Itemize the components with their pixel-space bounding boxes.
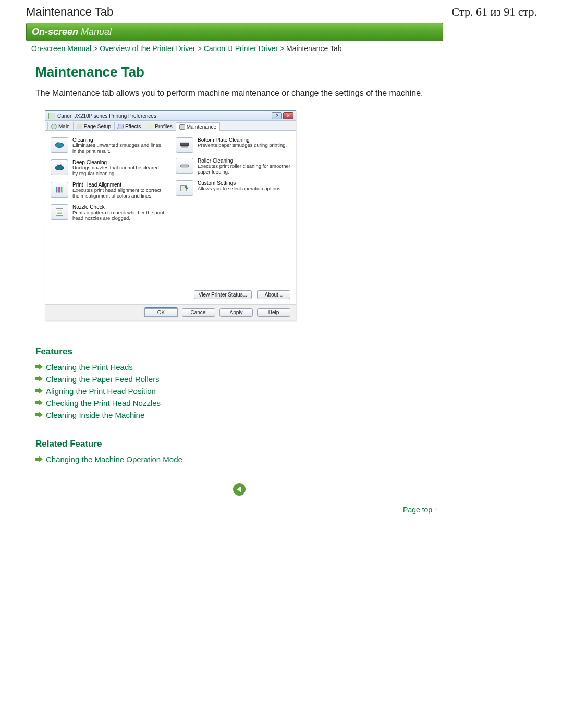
prev-page-button[interactable] [233,483,246,496]
list-item: Cleaning the Paper Feed Rollers [35,373,443,385]
maint-roller-cleaning[interactable]: Roller CleaningExecutes print roller cle… [176,158,290,175]
maint-desc: Prints a pattern to check whether the pr… [72,210,165,221]
page-top-link-wrap: Page top ↑ [35,505,443,514]
maint-deep-cleaning[interactable]: Deep CleaningUnclogs nozzles that cannot… [51,159,165,177]
maint-head-alignment[interactable]: Print Head AlignmentExecutes print head … [51,182,165,199]
tab-main-icon [51,124,57,129]
maint-desc: Allows you to select operation options. [198,186,282,192]
prev-arrow-icon [237,486,241,492]
breadcrumb-link-1[interactable]: Overview of the Printer Driver [100,44,195,53]
tab-page-setup-icon [77,124,82,129]
tab-label: Main [58,124,70,129]
page-top-link[interactable]: Page top ↑ [403,505,438,514]
related-link[interactable]: Changing the Machine Operation Mode [46,455,182,464]
feature-link[interactable]: Aligning the Print Head Position [46,387,156,396]
dialog-spacer [45,226,296,288]
page-top-label: Page top [403,505,432,514]
feature-link[interactable]: Checking the Print Head Nozzles [46,399,161,408]
arrow-icon [35,412,43,418]
features-list: Cleaning the Print Heads Cleaning the Pa… [35,361,443,421]
breadcrumb-current: Maintenance Tab [286,44,341,53]
tab-page-setup[interactable]: Page Setup [73,122,115,130]
banner-bold: On-screen [32,27,78,37]
deep-cleaning-icon [51,159,68,175]
svg-point-0 [55,143,64,148]
related-heading: Related Feature [35,439,443,449]
svg-rect-9 [180,143,189,146]
tab-profiles-icon [148,124,153,129]
dialog-mid-buttons: View Printer Status... About... [45,288,296,304]
maint-cleaning[interactable]: CleaningEliminates unwanted smudges and … [51,137,165,154]
list-item: Cleaning Inside the Machine [35,409,443,421]
tab-maintenance[interactable]: Maintenance [176,122,220,131]
maintenance-right-column: Bottom Plate CleaningPrevents paper smud… [176,137,290,221]
svg-rect-2 [56,187,58,193]
maint-desc: Prevents paper smudges during printing. [198,143,287,149]
maint-desc: Unclogs nozzles that cannot be cleared b… [72,165,165,177]
header-left: Maintenance Tab [26,5,113,19]
banner-light: Manual [78,27,112,37]
tab-label: Maintenance [187,124,216,130]
help-button[interactable]: Help [257,308,290,317]
intro-text: The Maintenance tab allows you to perfor… [35,88,443,99]
maint-desc: Executes print head alignment to correct… [72,188,165,199]
features-heading: Features [35,347,443,357]
feature-link[interactable]: Cleaning the Print Heads [46,363,133,372]
maint-custom-settings[interactable]: Custom SettingsAllows you to select oper… [176,180,290,196]
breadcrumb: On-screen Manual > Overview of the Print… [26,41,537,59]
printing-preferences-dialog: Canon JX210P series Printing Preferences… [45,110,296,320]
list-item: Cleaning the Print Heads [35,361,443,373]
breadcrumb-sep: > [280,44,284,53]
dialog-body: CleaningEliminates unwanted smudges and … [45,131,296,225]
custom-settings-icon [176,180,193,196]
svg-rect-10 [181,146,188,148]
svg-point-1 [55,166,64,170]
page-header: Maintenance Tab Стр. 61 из 91 стр. [0,0,563,23]
nav-previous [35,483,443,496]
maint-nozzle-check[interactable]: Nozzle CheckPrints a pattern to check wh… [51,204,165,221]
arrow-icon [35,376,43,382]
breadcrumb-link-2[interactable]: Canon IJ Printer Driver [204,44,278,53]
maint-desc: Eliminates unwanted smudges and lines in… [72,143,165,154]
dialog-title: Canon JX210P series Printing Preferences [57,113,156,119]
dialog-titlebar: Canon JX210P series Printing Preferences… [45,111,296,121]
list-item: Aligning the Print Head Position [35,385,443,397]
arrow-icon [35,456,43,462]
list-item: Checking the Print Head Nozzles [35,397,443,409]
nozzle-check-icon [51,204,68,220]
about-button[interactable]: About... [257,290,290,299]
header-right: Стр. 61 из 91 стр. [452,5,537,19]
tab-label: Profiles [155,124,172,129]
manual-banner: On-screen Manual [26,23,443,41]
dialog-tabstrip: Main Page Setup Effects Profiles Mainten… [45,121,296,131]
svg-rect-4 [61,187,63,193]
tab-maintenance-icon [179,124,185,130]
tab-label: Effects [125,124,141,129]
ok-button[interactable]: OK [144,308,178,317]
tab-effects[interactable]: Effects [114,122,144,130]
feature-link[interactable]: Cleaning Inside the Machine [46,411,144,419]
view-printer-status-button[interactable]: View Printer Status... [194,290,252,299]
bottom-plate-icon [176,137,193,153]
feature-link[interactable]: Cleaning the Paper Feed Rollers [46,375,160,384]
roller-icon [176,158,193,174]
tab-effects-icon [117,124,124,129]
apply-button[interactable]: Apply [219,308,253,317]
close-window-button[interactable]: ✕ [283,112,293,119]
related-list: Changing the Machine Operation Mode [35,453,443,465]
breadcrumb-sep: > [93,44,97,53]
svg-rect-3 [58,187,60,193]
arrow-icon [35,364,43,370]
tab-main[interactable]: Main [47,122,74,130]
window-icon [48,113,55,119]
up-arrow-icon: ↑ [434,505,438,514]
help-window-button[interactable]: ? [272,112,282,119]
maint-desc: Executes print roller cleaning for smoot… [198,164,290,175]
breadcrumb-sep: > [198,44,202,53]
breadcrumb-link-0[interactable]: On-screen Manual [31,44,91,53]
maint-bottom-plate[interactable]: Bottom Plate CleaningPrevents paper smud… [176,137,290,153]
svg-rect-11 [180,165,189,168]
cancel-button[interactable]: Cancel [182,308,215,317]
tab-profiles[interactable]: Profiles [144,122,176,130]
arrow-icon [35,400,43,406]
